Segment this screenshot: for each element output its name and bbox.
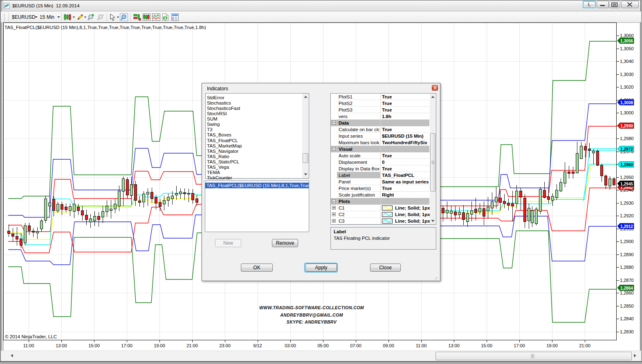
svg-text:1,2912: 1,2912 (620, 224, 633, 229)
svg-text:1,3056: 1,3056 (620, 38, 633, 43)
svg-text:1,2864: 1,2864 (620, 286, 633, 290)
svg-text:1,2945: 1,2945 (620, 181, 633, 186)
svg-text:1,2972: 1,2972 (620, 147, 633, 152)
svg-text:1,2960: 1,2960 (620, 162, 633, 167)
svg-text:1,3008: 1,3008 (620, 100, 633, 105)
svg-text:1,2990: 1,2990 (620, 123, 633, 128)
